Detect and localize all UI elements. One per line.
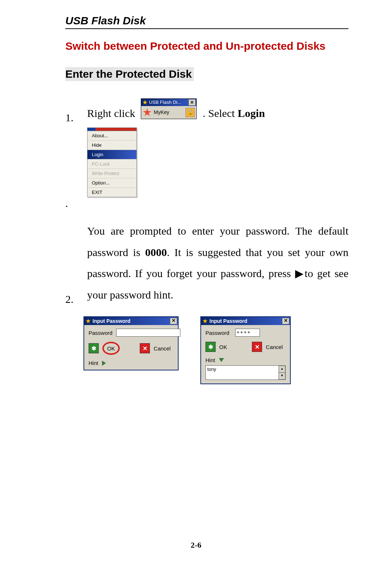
- password-label: Password: [89, 330, 113, 336]
- star-icon: [203, 319, 208, 324]
- menu-item-option[interactable]: Option...: [87, 178, 136, 188]
- hint-value: tony: [207, 366, 216, 372]
- hint-textarea[interactable]: tony ▲ ▼: [205, 365, 286, 380]
- star-icon: [86, 319, 91, 324]
- step-1-text-bold: Login: [238, 103, 265, 124]
- password-input[interactable]: [116, 329, 180, 337]
- cancel-icon[interactable]: ✕: [252, 342, 262, 352]
- cancel-button[interactable]: Cancel: [266, 344, 283, 350]
- dialog-titlebar[interactable]: Input Password ✕: [201, 317, 290, 325]
- password-label: Password: [205, 330, 232, 336]
- mykey-label: MyKey: [154, 107, 169, 117]
- input-password-dialog-collapsed[interactable]: Input Password ✕ Password ✱ OK ✕ Cancel: [83, 316, 179, 370]
- step-2-text: You are prompted to enter your password.…: [87, 220, 348, 305]
- star-icon: [143, 108, 151, 117]
- menu-item-pclock: PC-Lock: [87, 159, 136, 169]
- lock-icon[interactable]: 🔒: [185, 108, 195, 117]
- star-icon: [142, 100, 147, 105]
- subsection-title: Enter the Protected Disk: [65, 67, 194, 81]
- step-1-text-pre: Right click: [87, 103, 135, 124]
- scrollbar[interactable]: ▲ ▼: [278, 366, 285, 380]
- ok-button[interactable]: OK: [107, 345, 115, 352]
- scroll-down-icon[interactable]: ▼: [279, 373, 285, 380]
- dialog-title: Input Password: [93, 318, 169, 324]
- menu-item-about[interactable]: About...: [87, 131, 136, 141]
- close-icon[interactable]: ✕: [188, 99, 196, 106]
- mykey-title-text: USB Flash Di...: [149, 98, 188, 107]
- menu-item-hide[interactable]: Hide: [87, 141, 136, 150]
- mykey-titlebar[interactable]: USB Flash Di... ✕: [141, 99, 196, 106]
- step-2-default-pw: 0000: [145, 246, 167, 258]
- context-menu-strip: [87, 128, 136, 131]
- page-header-title: USB Flash Disk: [65, 15, 348, 29]
- page-number: 2-6: [0, 540, 392, 550]
- menu-item-exit[interactable]: EXIT: [87, 188, 136, 197]
- close-icon[interactable]: ✕: [282, 318, 289, 324]
- dialog-title: Input Password: [209, 318, 281, 324]
- scroll-up-icon[interactable]: ▲: [279, 366, 285, 373]
- cancel-button[interactable]: Cancel: [154, 345, 171, 352]
- cancel-icon[interactable]: ✕: [140, 343, 150, 353]
- step-1-text-post: . Select: [203, 103, 234, 124]
- hint-label: Hint: [89, 360, 98, 366]
- section-title: Switch between Protected and Un-protecte…: [65, 36, 348, 56]
- step-2-number: 2.: [65, 293, 87, 305]
- ok-button[interactable]: OK: [219, 344, 227, 350]
- context-menu[interactable]: About... Hide Login PC-Lock Write-Protec…: [87, 127, 137, 197]
- hint-label: Hint: [205, 357, 215, 363]
- input-password-dialog-expanded[interactable]: Input Password ✕ Password ✱ OK ✕ Cancel …: [200, 316, 291, 384]
- step-1: 1. Right click USB Flash Di... ✕ MyKey 🔒: [65, 98, 348, 124]
- collapse-hint-icon[interactable]: [219, 358, 224, 362]
- ok-icon[interactable]: ✱: [205, 342, 216, 352]
- step-2: 2. You are prompted to enter your passwo…: [65, 220, 348, 305]
- ok-highlight-circle: OK: [102, 342, 120, 355]
- expand-hint-icon[interactable]: [102, 361, 106, 366]
- menu-item-login[interactable]: Login: [87, 150, 136, 159]
- close-icon[interactable]: ✕: [170, 318, 177, 324]
- menu-item-writeprotect: Write-Protect: [87, 169, 136, 178]
- password-input[interactable]: [235, 329, 260, 337]
- dialog-titlebar[interactable]: Input Password ✕: [84, 317, 178, 325]
- ok-icon[interactable]: ✱: [89, 343, 99, 353]
- mykey-toolbar[interactable]: USB Flash Di... ✕ MyKey 🔒: [141, 98, 197, 119]
- step-1-number: 1.: [65, 111, 87, 124]
